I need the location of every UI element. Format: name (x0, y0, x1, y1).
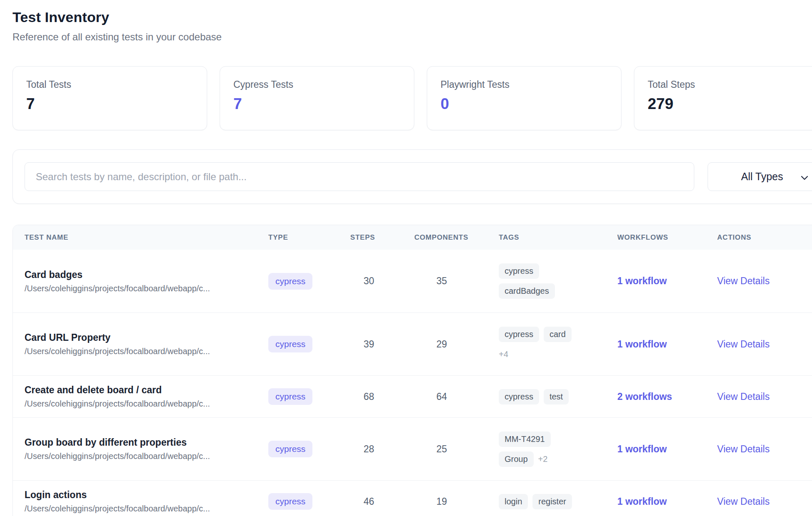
stat-label: Total Steps (648, 79, 812, 90)
test-name: Card URL Property (25, 332, 268, 343)
tag-line: loginregister (499, 494, 572, 509)
tag-line: +4 (499, 347, 508, 362)
test-type-badge: cypress (268, 388, 312, 405)
table-row: Card badges /Users/colehiggins/projects/… (13, 250, 812, 313)
tag-line: cypress (499, 263, 539, 279)
test-type-badge: cypress (268, 336, 312, 352)
view-details-link[interactable]: View Details (717, 275, 770, 286)
table-row: Card URL Property /Users/colehiggins/pro… (13, 313, 812, 375)
test-inventory-page: Test Inventory Reference of all existing… (0, 0, 812, 516)
stat-value: 279 (648, 95, 812, 113)
tag-line: Group+2 (499, 452, 547, 467)
view-details-link[interactable]: View Details (717, 339, 770, 350)
tag-pill: login (499, 494, 528, 509)
type-filter-value: All Types (741, 171, 783, 183)
test-name: Login actions (25, 489, 268, 501)
stat-label: Total Tests (26, 79, 193, 90)
components-count: 25 (414, 444, 499, 455)
tag-pill: card (544, 327, 572, 342)
tag-pill: cypress (499, 389, 539, 404)
tag-more-count: +4 (499, 347, 508, 362)
chevron-down-icon (800, 173, 810, 185)
test-type-badge: cypress (268, 273, 312, 290)
table-row: Login actions /Users/colehiggins/project… (13, 480, 812, 516)
stat-label: Cypress Tests (233, 79, 401, 90)
tag-line: cardBadges (499, 283, 555, 299)
test-type-badge: cypress (268, 493, 312, 510)
test-name: Create and delete board / card (25, 385, 268, 396)
test-file-path: /Users/colehiggins/projects/focalboard/w… (25, 504, 268, 514)
test-type-badge: cypress (268, 441, 312, 457)
steps-count: 28 (350, 444, 414, 455)
table-row: Create and delete board / card /Users/co… (13, 375, 812, 417)
stat-value: 7 (233, 95, 401, 113)
steps-count: 46 (350, 496, 414, 507)
test-file-path: /Users/colehiggins/projects/focalboard/w… (25, 399, 268, 409)
column-header-steps: STEPS (350, 233, 414, 242)
workflow-link[interactable]: 1 workflow (617, 496, 667, 507)
tests-table: TEST NAME TYPE STEPS COMPONENTS TAGS WOR… (12, 225, 812, 516)
test-file-path: /Users/colehiggins/projects/focalboard/w… (25, 284, 268, 293)
components-count: 19 (414, 496, 499, 507)
test-name: Card badges (25, 269, 268, 280)
tag-more-count: +2 (538, 452, 548, 467)
tag-pill: MM-T4291 (499, 432, 551, 447)
tag-pill: Group (499, 452, 534, 467)
stat-value: 0 (441, 95, 608, 113)
stat-card: Playwright Tests 0 (427, 66, 621, 130)
page-subtitle: Reference of all existing tests in your … (12, 31, 812, 43)
view-details-link[interactable]: View Details (717, 496, 770, 507)
steps-count: 39 (350, 339, 414, 350)
column-header-workflows: WORKFLOWS (617, 233, 717, 242)
table-row: Group board by different properties /Use… (13, 417, 812, 480)
tags-cell: cypresstest (499, 389, 617, 404)
tag-pill: cypress (499, 263, 539, 279)
tag-pill: cardBadges (499, 283, 555, 299)
stats-row: Total Tests 7 Cypress Tests 7 Playwright… (12, 66, 812, 130)
workflow-link[interactable]: 1 workflow (617, 444, 667, 454)
stat-card: Total Tests 7 (12, 66, 207, 130)
table-body: Card badges /Users/colehiggins/projects/… (13, 250, 812, 516)
test-file-path: /Users/colehiggins/projects/focalboard/w… (25, 452, 268, 461)
column-header-components: COMPONENTS (414, 233, 499, 242)
steps-count: 30 (350, 275, 414, 287)
workflow-link[interactable]: 1 workflow (617, 275, 667, 286)
column-header-type: TYPE (268, 233, 350, 242)
workflow-link[interactable]: 2 workflows (617, 391, 672, 402)
tags-cell: cypresscard+4 (499, 327, 617, 362)
components-count: 29 (414, 339, 499, 350)
test-name: Group board by different properties (25, 437, 268, 448)
tag-pill: register (532, 494, 572, 509)
tag-pill: cypress (499, 327, 539, 342)
stat-label: Playwright Tests (441, 79, 608, 90)
page-title: Test Inventory (12, 9, 812, 25)
tags-cell: cypresscardBadges (499, 263, 617, 299)
stat-value: 7 (26, 95, 193, 113)
tags-cell: loginregister (499, 494, 617, 509)
tag-line: MM-T4291 (499, 432, 551, 447)
filter-bar: All Types (12, 149, 812, 204)
column-header-tags: TAGS (499, 233, 617, 242)
test-file-path: /Users/colehiggins/projects/focalboard/w… (25, 347, 268, 356)
column-header-actions: ACTIONS (717, 233, 812, 242)
workflow-link[interactable]: 1 workflow (617, 339, 667, 350)
components-count: 64 (414, 391, 499, 402)
column-header-test-name: TEST NAME (25, 233, 268, 242)
tag-line: cypresscard (499, 327, 572, 342)
stat-card: Total Steps 279 (634, 66, 812, 130)
steps-count: 68 (350, 391, 414, 402)
tag-line: cypresstest (499, 389, 569, 404)
view-details-link[interactable]: View Details (717, 391, 770, 402)
table-header: TEST NAME TYPE STEPS COMPONENTS TAGS WOR… (13, 225, 812, 250)
components-count: 35 (414, 275, 499, 287)
stat-card: Cypress Tests 7 (220, 66, 414, 130)
tag-pill: test (544, 389, 569, 404)
search-input[interactable] (25, 162, 694, 191)
tags-cell: MM-T4291Group+2 (499, 432, 617, 467)
view-details-link[interactable]: View Details (717, 444, 770, 454)
type-filter-select[interactable]: All Types (708, 162, 812, 191)
